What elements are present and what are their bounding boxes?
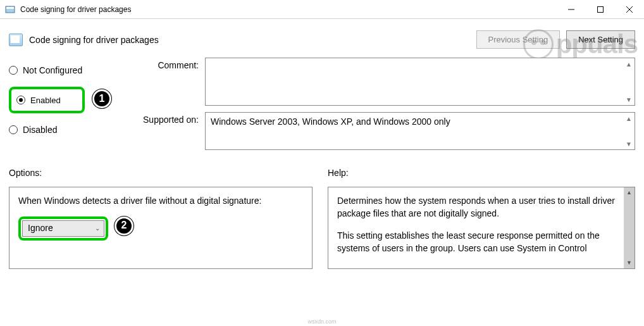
scroll-up-icon[interactable]: ▲: [624, 114, 633, 123]
radio-label: Disabled: [23, 125, 57, 135]
scroll-up-icon[interactable]: ▲: [624, 60, 633, 68]
maximize-button[interactable]: [586, 0, 615, 19]
help-box: Determines how the system responds when …: [328, 187, 635, 269]
help-label: Help:: [328, 168, 635, 178]
radio-label: Not Configured: [23, 65, 82, 75]
watermark: ppuals: [523, 29, 638, 60]
titlebar: Code signing for driver packages: [0, 0, 644, 19]
radio-disabled[interactable]: Disabled: [9, 120, 123, 140]
scroll-down-icon[interactable]: ▼: [624, 95, 633, 104]
radio-icon: [9, 125, 18, 134]
scroll-up-icon[interactable]: ▲: [624, 187, 635, 198]
scroll-down-icon[interactable]: ▼: [624, 258, 635, 268]
signature-action-dropdown[interactable]: Ignore ⌄: [22, 220, 104, 237]
supported-field: Windows Server 2003, Windows XP, and Win…: [205, 112, 635, 150]
policy-icon: [9, 34, 23, 46]
options-box: When Windows detects a driver file witho…: [9, 187, 313, 269]
window-controls: [557, 0, 644, 19]
scrollbar[interactable]: ▲ ▼: [624, 187, 635, 268]
source-watermark: wsxdn.com: [307, 318, 336, 325]
options-text: When Windows detects a driver file witho…: [18, 195, 303, 208]
options-label: Options:: [9, 168, 313, 178]
help-text: This setting establishes the least secur…: [337, 230, 619, 254]
radio-label: Enabled: [30, 96, 61, 105]
radio-icon: [16, 96, 25, 104]
close-button[interactable]: [615, 0, 644, 19]
annotation-badge-2: 2: [115, 216, 133, 235]
help-text: Determines how the system responds when …: [337, 195, 619, 220]
comment-field[interactable]: ▲ ▼: [205, 58, 635, 106]
scroll-down-icon[interactable]: ▼: [624, 139, 633, 148]
page-title: Code signing for driver packages: [29, 35, 476, 45]
svg-rect-1: [6, 7, 14, 9]
chevron-down-icon: ⌄: [95, 224, 100, 233]
annotation-badge-1: 1: [92, 89, 111, 108]
radio-enabled[interactable]: Enabled: [9, 87, 85, 113]
comment-label: Comment:: [123, 58, 205, 106]
window-title: Code signing for driver packages: [20, 5, 557, 14]
svg-rect-3: [598, 6, 604, 12]
radio-icon: [9, 66, 18, 75]
supported-label: Supported on:: [123, 112, 205, 150]
app-icon: [5, 4, 15, 15]
radio-not-configured[interactable]: Not Configured: [9, 60, 123, 80]
minimize-button[interactable]: [557, 0, 586, 19]
